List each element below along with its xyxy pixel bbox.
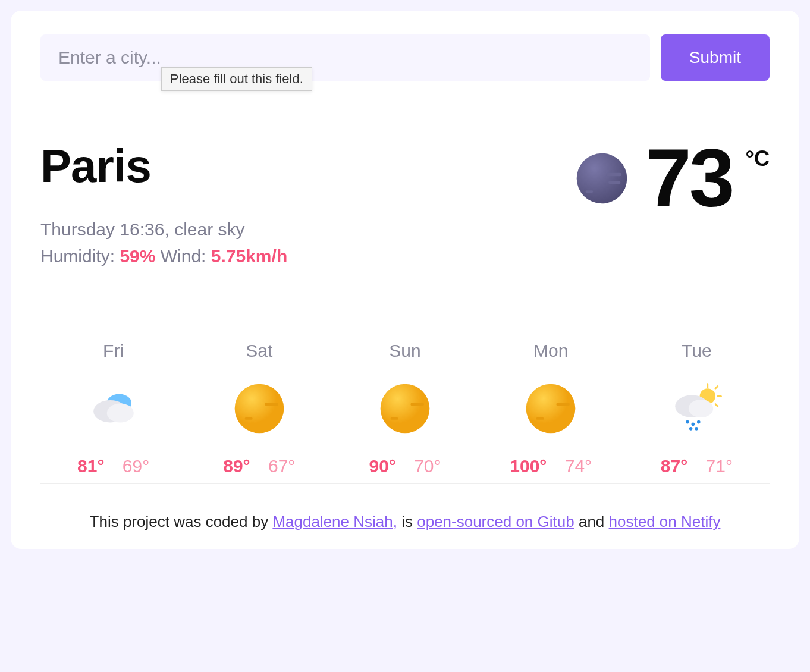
svg-point-23 bbox=[686, 420, 690, 424]
forecast-temps: 87° 71° bbox=[624, 456, 770, 476]
forecast-hi: 90° bbox=[369, 456, 395, 476]
wind-value: 5.75km/h bbox=[211, 246, 287, 266]
forecast-day: Sat 89° 67° bbox=[186, 341, 332, 476]
forecast-temps: 100° 74° bbox=[478, 456, 624, 476]
svg-point-25 bbox=[697, 420, 701, 424]
svg-rect-3 bbox=[585, 190, 593, 193]
humidity-label: Humidity: bbox=[40, 246, 115, 266]
city-name: Paris bbox=[40, 139, 287, 193]
rain-sun-icon bbox=[624, 361, 770, 456]
forecast-row: Fri 81° 69° Sat bbox=[40, 341, 770, 484]
author-link[interactable]: Magdalene Nsiah, bbox=[272, 513, 397, 530]
svg-point-27 bbox=[695, 427, 699, 431]
host-link[interactable]: hosted on Netify bbox=[609, 513, 721, 530]
temperature-unit: °C bbox=[746, 146, 770, 171]
current-temperature: 73 bbox=[646, 143, 733, 212]
forecast-lo: 69° bbox=[123, 456, 149, 476]
svg-point-22 bbox=[689, 400, 713, 417]
svg-point-10 bbox=[381, 384, 430, 434]
forecast-day-label: Tue bbox=[624, 341, 770, 361]
svg-rect-9 bbox=[244, 417, 252, 420]
svg-rect-8 bbox=[265, 403, 278, 406]
current-left: Paris Thursday 16:36, clear sky Humidity… bbox=[40, 139, 287, 269]
sunny-icon bbox=[478, 361, 624, 456]
forecast-lo: 67° bbox=[268, 456, 295, 476]
weather-meta: Thursday 16:36, clear sky Humidity: 59% … bbox=[40, 216, 287, 269]
svg-rect-14 bbox=[557, 403, 570, 406]
forecast-hi: 89° bbox=[223, 456, 250, 476]
forecast-day: Fri 81° 69° bbox=[40, 341, 186, 476]
divider bbox=[40, 106, 770, 106]
source-link[interactable]: open-sourced on Gitub bbox=[417, 513, 574, 530]
svg-point-26 bbox=[689, 427, 693, 431]
forecast-day: Sun 90° 70° bbox=[332, 341, 478, 476]
forecast-lo: 70° bbox=[414, 456, 441, 476]
stats-line: Humidity: 59% Wind: 5.75km/h bbox=[40, 243, 287, 269]
humidity-value: 59% bbox=[120, 246, 155, 266]
forecast-day: Tue bbox=[624, 341, 770, 476]
datetime-condition: Thursday 16:36, clear sky bbox=[40, 216, 287, 243]
current-right: 73 °C bbox=[574, 139, 770, 212]
wind-label: Wind: bbox=[161, 246, 206, 266]
forecast-temps: 81° 69° bbox=[40, 456, 186, 476]
forecast-day: Mon 100° 74° bbox=[478, 341, 624, 476]
forecast-day-label: Fri bbox=[40, 341, 186, 361]
svg-rect-15 bbox=[536, 417, 544, 420]
night-clear-icon bbox=[574, 151, 629, 206]
sunny-icon bbox=[186, 361, 332, 456]
forecast-hi: 81° bbox=[77, 456, 104, 476]
forecast-day-label: Sun bbox=[332, 341, 478, 361]
city-input[interactable] bbox=[40, 34, 650, 81]
svg-line-20 bbox=[715, 404, 718, 406]
footer-credit: This project was coded by Magdalene Nsia… bbox=[40, 513, 770, 531]
svg-line-19 bbox=[715, 386, 718, 388]
current-weather: Paris Thursday 16:36, clear sky Humidity… bbox=[40, 139, 770, 269]
submit-button[interactable]: Submit bbox=[661, 34, 770, 81]
svg-rect-1 bbox=[606, 173, 621, 177]
forecast-temps: 90° 70° bbox=[332, 456, 478, 476]
svg-point-24 bbox=[692, 423, 695, 426]
cloudy-icon bbox=[40, 361, 186, 456]
footer-text: is bbox=[401, 513, 417, 530]
svg-point-13 bbox=[526, 384, 576, 434]
forecast-temps: 89° 67° bbox=[186, 456, 332, 476]
svg-rect-11 bbox=[410, 403, 424, 406]
sunny-icon bbox=[332, 361, 478, 456]
forecast-day-label: Sat bbox=[186, 341, 332, 361]
svg-point-6 bbox=[106, 404, 133, 423]
footer-text: This project was coded by bbox=[90, 513, 273, 530]
forecast-lo: 71° bbox=[706, 456, 733, 476]
forecast-day-label: Mon bbox=[478, 341, 624, 361]
weather-card: Submit Please fill out this field. Paris… bbox=[11, 11, 799, 549]
forecast-hi: 87° bbox=[661, 456, 687, 476]
validation-tooltip: Please fill out this field. bbox=[161, 67, 312, 91]
forecast-hi: 100° bbox=[510, 456, 547, 476]
svg-rect-12 bbox=[391, 417, 398, 420]
footer-text: and bbox=[579, 513, 609, 530]
svg-point-0 bbox=[577, 153, 627, 204]
search-row: Submit Please fill out this field. bbox=[40, 34, 770, 81]
forecast-lo: 74° bbox=[565, 456, 592, 476]
svg-rect-2 bbox=[608, 181, 620, 184]
svg-point-7 bbox=[234, 384, 284, 434]
